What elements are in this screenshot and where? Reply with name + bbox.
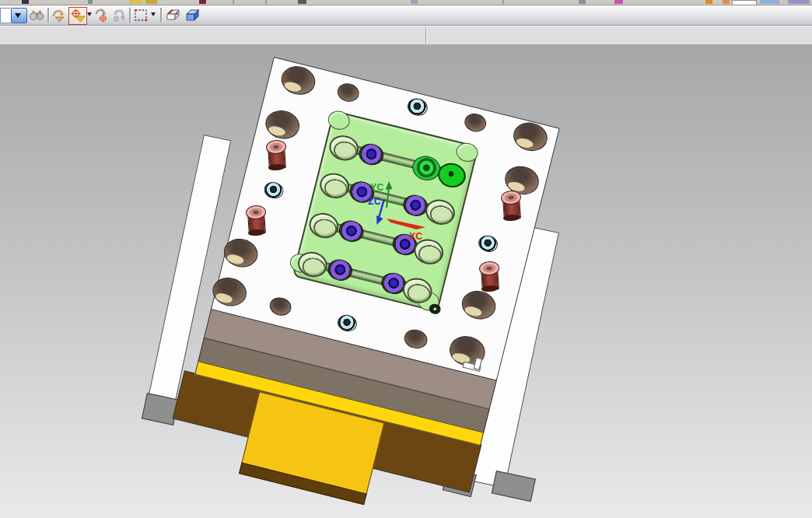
toolbar-separator [502,0,504,4]
toolbar-separator [160,8,163,23]
curved-arrow-funnel-icon[interactable] [51,7,68,23]
gray-tool-icon[interactable] [110,7,128,23]
clipped-icon[interactable] [298,0,306,4]
clipped-icon[interactable] [88,0,93,4]
guide-bushing[interactable] [502,197,521,219]
clipped-icon[interactable] [723,0,730,4]
guide-bushing[interactable] [481,268,499,290]
clipped-icon[interactable] [411,0,418,4]
toolbar-separator [425,27,427,44]
clipped-icon[interactable] [579,0,586,4]
white-red-cube-icon[interactable] [164,7,181,23]
link-filter-icon[interactable] [28,7,45,23]
clipped-button-pressed[interactable] [732,0,757,5]
curved-arrow-crosshair-icon[interactable] [93,7,110,23]
graphics-viewport[interactable]: YC ZC XC [0,44,812,518]
yc-axis-label: YC [370,182,383,193]
clipped-icon[interactable] [22,0,29,4]
clipped-icon[interactable] [129,0,143,4]
snap-point-toolbar [0,5,812,26]
clipped-icon[interactable] [614,0,623,4]
toolbar-separator [233,0,234,4]
zc-axis-label: ZC [368,196,381,207]
toolbar-separator [129,8,131,23]
yc-axis-arrow[interactable] [386,181,393,190]
application-window: YC ZC XC [0,0,812,518]
guide-bushing[interactable] [247,212,266,234]
combo-dropdown-button[interactable] [11,8,27,23]
toolbar-separator [808,0,810,4]
clipped-icon[interactable] [705,0,712,4]
blue-cube-icon[interactable] [184,7,201,23]
combo-text-field[interactable] [0,8,11,23]
dashed-selection-box-icon[interactable] [132,7,149,23]
clipped-toolbar-row [0,0,812,5]
clipped-icon[interactable] [760,0,779,4]
wcs-triad[interactable]: YC ZC XC [342,167,443,292]
clipped-icon[interactable] [199,0,206,4]
xc-axis-label: XC [409,231,422,242]
xc-axis-arrow[interactable] [387,219,425,229]
docked-toolbar-row [0,26,812,45]
crosshair-funnel-icon-active[interactable] [68,7,87,25]
dropdown-caret[interactable] [151,12,156,19]
toolbar-separator [265,0,267,4]
guide-bushing[interactable] [268,146,286,169]
dropdown-caret[interactable] [87,12,92,19]
clipped-icon[interactable] [788,0,808,4]
toolbar-separator [47,8,50,23]
clipped-icon[interactable] [145,0,157,4]
selection-scope-combo[interactable] [0,8,27,23]
